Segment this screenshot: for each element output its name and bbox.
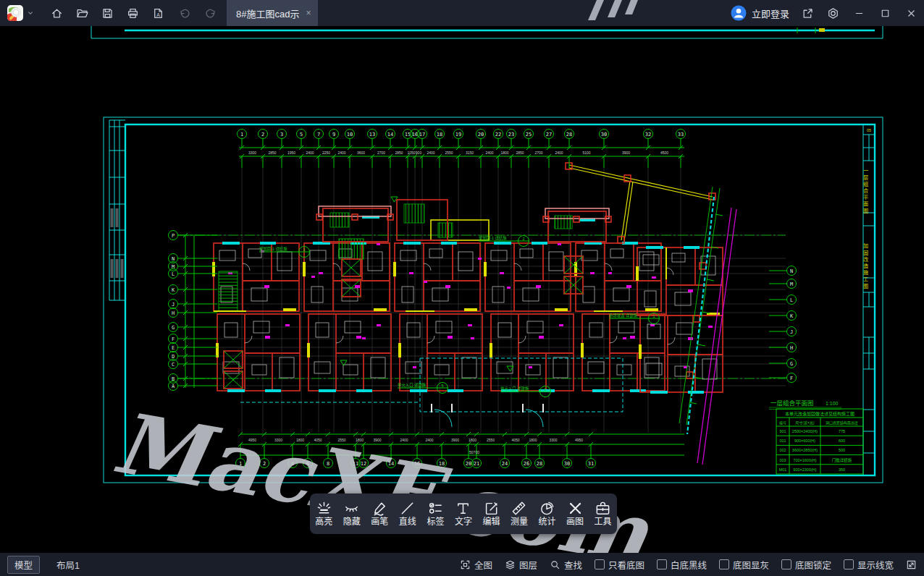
checkbox[interactable] xyxy=(844,559,854,569)
close-button[interactable] xyxy=(898,0,924,26)
svg-text:901: 901 xyxy=(779,429,786,433)
tool-pen[interactable]: 画笔 xyxy=(366,500,393,528)
svg-text:5100: 5100 xyxy=(582,151,590,155)
tool-label: 统计 xyxy=(539,517,556,528)
pdf-export-button[interactable]: A xyxy=(146,0,171,26)
open-folder-button[interactable] xyxy=(70,0,95,26)
redo-button[interactable] xyxy=(198,0,223,26)
cad-drawing: 1235791013141516171819202223252728303233… xyxy=(0,26,924,553)
save-button[interactable] xyxy=(95,0,120,26)
print-button[interactable] xyxy=(120,0,146,26)
toggle-只看底图[interactable]: 只看底图 xyxy=(595,558,644,572)
tool-label: 工具 xyxy=(595,517,612,528)
svg-text:编号: 编号 xyxy=(779,420,786,425)
tool-line[interactable]: 直线 xyxy=(394,500,421,528)
draw-icon xyxy=(567,500,584,517)
svg-text:3900: 3900 xyxy=(451,438,459,442)
undo-button[interactable] xyxy=(172,0,198,26)
svg-text:门槛详结施: 门槛详结施 xyxy=(832,457,852,463)
toggle-显示线宽[interactable]: 显示线宽 xyxy=(844,558,894,572)
tool-stats[interactable]: 统计 xyxy=(534,500,561,528)
drawing-canvas[interactable]: 1235791013141516171819202223252728303233… xyxy=(0,26,924,553)
svg-text:1050: 1050 xyxy=(407,151,415,155)
toggle-底图锁定[interactable]: 底图锁定 xyxy=(781,558,831,572)
svg-text:M: M xyxy=(790,281,793,287)
fit-view-button[interactable]: 全图 xyxy=(460,558,492,572)
titlebar-quick-icons: A xyxy=(44,0,171,26)
svg-text:28: 28 xyxy=(566,132,572,137)
tab-close-icon[interactable]: × xyxy=(306,8,311,18)
tool-tag[interactable]: 标签 xyxy=(421,500,449,528)
svg-text:1: 1 xyxy=(652,314,655,318)
svg-text:900: 900 xyxy=(416,151,422,155)
titlebar-history-icons xyxy=(172,0,223,26)
toggle-白底黑线[interactable]: 白底黑线 xyxy=(657,558,707,572)
svg-text:350: 350 xyxy=(839,467,845,472)
checkbox[interactable] xyxy=(657,559,667,569)
open-folder-icon xyxy=(76,7,88,20)
tool-edit[interactable]: 编辑 xyxy=(477,500,505,528)
svg-text:G: G xyxy=(790,361,793,367)
svg-text:K: K xyxy=(790,313,794,319)
expand-button[interactable] xyxy=(906,559,917,570)
layout-tab-模型[interactable]: 模型 xyxy=(7,556,40,574)
svg-text:单元入口 详建施: 单元入口 详建施 xyxy=(500,386,529,391)
svg-text:25: 25 xyxy=(526,132,532,137)
checkbox[interactable] xyxy=(781,559,791,569)
button-label: 查找 xyxy=(564,558,582,572)
svg-text:4950: 4950 xyxy=(575,438,583,442)
tool-highlight[interactable]: 高亮 xyxy=(310,500,337,528)
svg-text:4500: 4500 xyxy=(660,151,668,155)
tool-label: 文字 xyxy=(455,517,472,528)
layout-tab-布局1[interactable]: 布局1 xyxy=(49,556,87,574)
tool-measure[interactable]: 测量 xyxy=(505,500,533,528)
minimize-button[interactable] xyxy=(846,0,872,26)
svg-text:2250: 2250 xyxy=(322,151,330,155)
svg-text:L: L xyxy=(790,297,793,303)
svg-text:3: 3 xyxy=(303,247,305,252)
find-button[interactable]: 查找 xyxy=(550,558,582,572)
document-tab[interactable]: 8#施工图cad示 × xyxy=(227,0,318,26)
pdf-export-icon: A xyxy=(152,7,164,20)
toggle-底图显灰[interactable]: 底图显灰 xyxy=(719,558,769,572)
tool-hide[interactable]: 隐藏 xyxy=(338,500,366,528)
layers-button[interactable]: 图层 xyxy=(505,558,537,572)
svg-text:31: 31 xyxy=(588,461,594,467)
tag-icon xyxy=(427,500,444,517)
highlight-icon xyxy=(316,500,332,517)
home-button[interactable] xyxy=(44,0,70,26)
checkbox[interactable] xyxy=(595,559,605,569)
svg-text:尺寸(宽×高): 尺寸(宽×高) xyxy=(795,420,815,425)
checkbox[interactable] xyxy=(719,559,729,569)
svg-text:1800: 1800 xyxy=(469,438,476,442)
app-logo[interactable] xyxy=(0,4,35,22)
svg-text:2700: 2700 xyxy=(534,151,542,155)
button-label: 图层 xyxy=(519,558,537,572)
login-button[interactable]: 立即登录 xyxy=(731,5,789,21)
settings-gear-button[interactable] xyxy=(820,0,846,26)
measure-icon xyxy=(511,500,527,517)
tool-draw[interactable]: 画图 xyxy=(561,500,589,528)
svg-text:梁加固-1 详结施: 梁加固-1 详结施 xyxy=(259,246,287,252)
dropdown-caret-icon[interactable] xyxy=(25,8,35,18)
svg-text:K: K xyxy=(172,287,175,293)
tool-tools[interactable]: 工具 xyxy=(589,500,617,528)
svg-text:001: 001 xyxy=(779,439,786,443)
toggle-label: 底图显灰 xyxy=(733,558,769,572)
tool-label: 直线 xyxy=(399,517,416,528)
share-button[interactable] xyxy=(795,0,820,26)
svg-text:003: 003 xyxy=(779,458,786,462)
login-label: 立即登录 xyxy=(752,7,789,20)
button-label: 全图 xyxy=(474,558,492,572)
svg-text:13: 13 xyxy=(369,132,375,137)
expand-icon xyxy=(906,559,917,570)
svg-text:1800: 1800 xyxy=(529,438,537,442)
maximize-button[interactable] xyxy=(872,0,898,26)
svg-text:30: 30 xyxy=(601,132,607,137)
tool-text[interactable]: 文字 xyxy=(450,500,477,528)
svg-text:G: G xyxy=(172,325,175,331)
floor-plan xyxy=(212,163,736,465)
svg-text:2400: 2400 xyxy=(306,151,314,155)
document-tab-title: 8#施工图cad示 xyxy=(236,7,299,20)
pen-icon xyxy=(371,500,388,517)
